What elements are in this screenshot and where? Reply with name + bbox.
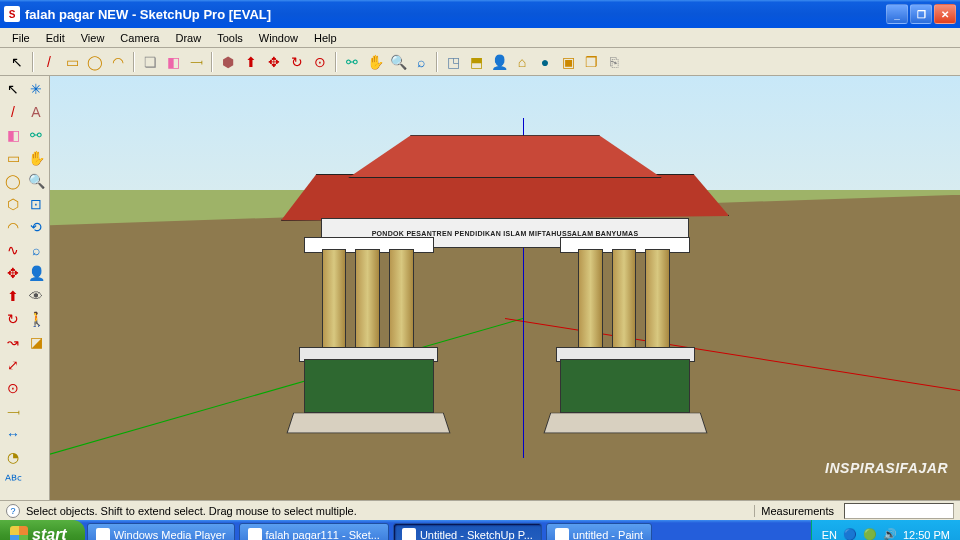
person-icon[interactable]: 👤 (488, 51, 510, 73)
menu-help[interactable]: Help (306, 30, 345, 46)
menu-draw[interactable]: Draw (167, 30, 209, 46)
measurements-input[interactable] (844, 503, 954, 519)
taskbar-item[interactable]: Windows Media Player (87, 523, 235, 540)
scale-icon[interactable]: ⤢ (2, 354, 24, 376)
start-button[interactable]: start (0, 520, 85, 540)
zoom-extents-icon[interactable]: ⌕ (25, 239, 47, 261)
app-icon: S (4, 6, 20, 22)
menu-file[interactable]: File (4, 30, 38, 46)
photo-icon[interactable]: ▣ (557, 51, 579, 73)
language-indicator[interactable]: EN (822, 529, 837, 540)
toolbar-separator (32, 52, 34, 72)
eraser-icon[interactable]: ◧ (2, 124, 24, 146)
layers-icon[interactable]: ❐ (580, 51, 602, 73)
earth-icon[interactable]: ● (534, 51, 556, 73)
maximize-button[interactable]: ❐ (910, 4, 932, 24)
viewport-3d[interactable]: PONDOK PESANTREN PENDIDIKAN ISLAM MIFTAH… (50, 76, 960, 500)
measurements-label: Measurements (754, 505, 840, 517)
freehand-icon[interactable]: ∿ (2, 239, 24, 261)
tape-icon[interactable]: ⟞ (2, 400, 24, 422)
model-pillar-left (313, 245, 425, 440)
make-component-icon[interactable]: ❏ (139, 51, 161, 73)
3dtext-icon[interactable]: A (25, 101, 47, 123)
paint-icon[interactable]: ⬢ (217, 51, 239, 73)
get-models-icon[interactable]: ⬒ (465, 51, 487, 73)
offset-icon[interactable]: ⊙ (309, 51, 331, 73)
circle-icon[interactable]: ◯ (2, 170, 24, 192)
polygon-icon[interactable]: ⬡ (2, 193, 24, 215)
walk-icon[interactable]: 🚶 (25, 308, 47, 330)
taskbar-item-icon (402, 528, 416, 540)
pushpull-icon[interactable]: ⬆ (2, 285, 24, 307)
clock[interactable]: 12:50 PM (903, 529, 950, 540)
orbit-icon[interactable]: ⚯ (25, 124, 47, 146)
line-icon[interactable]: / (38, 51, 60, 73)
pan-icon[interactable]: ✋ (364, 51, 386, 73)
orbit-icon[interactable]: ⚯ (341, 51, 363, 73)
taskbar-item-label: Windows Media Player (114, 529, 226, 540)
offset-icon[interactable]: ⊙ (2, 377, 24, 399)
toolbar-side: ↖/◧▭◯⬡◠∿✥⬆↻↝⤢⊙⟞↔◔ᴬᴮᶜ✳A⚯✋🔍⊡⟲⌕👤👁🚶◪ (0, 76, 50, 500)
export-icon[interactable]: ⎘ (603, 51, 625, 73)
move-icon[interactable]: ✥ (2, 262, 24, 284)
taskbar-item[interactable]: untitled - Paint (546, 523, 652, 540)
zoom-icon[interactable]: 🔍 (387, 51, 409, 73)
dimension-icon[interactable]: ↔ (2, 423, 24, 445)
status-bar: ? Select objects. Shift to extend select… (0, 500, 960, 520)
taskbar-item-label: untitled - Paint (573, 529, 643, 540)
rotate-icon[interactable]: ↻ (2, 308, 24, 330)
taskbar-item[interactable]: Untitled - SketchUp P... (393, 523, 542, 540)
zoom-window-icon[interactable]: ⊡ (25, 193, 47, 215)
circle-icon[interactable]: ◯ (84, 51, 106, 73)
toolbar-separator (436, 52, 438, 72)
select-arrow-icon[interactable]: ↖ (6, 51, 28, 73)
toolbar-separator (133, 52, 135, 72)
menu-bar: FileEditViewCameraDrawToolsWindowHelp (0, 28, 960, 48)
line-icon[interactable]: / (2, 101, 24, 123)
menu-view[interactable]: View (73, 30, 113, 46)
taskbar-item-icon (96, 528, 110, 540)
rectangle-icon[interactable]: ▭ (2, 147, 24, 169)
axes-icon[interactable]: ✳ (25, 78, 47, 100)
rectangle-icon[interactable]: ▭ (61, 51, 83, 73)
section-icon[interactable]: ◪ (25, 331, 47, 353)
menu-camera[interactable]: Camera (112, 30, 167, 46)
menu-edit[interactable]: Edit (38, 30, 73, 46)
minimize-button[interactable]: _ (886, 4, 908, 24)
taskbar-item[interactable]: falah pagar111 - Sket... (239, 523, 389, 540)
arc-icon[interactable]: ◠ (107, 51, 129, 73)
zoom-icon[interactable]: 🔍 (25, 170, 47, 192)
select-icon[interactable]: ↖ (2, 78, 24, 100)
menu-tools[interactable]: Tools (209, 30, 251, 46)
previous-icon[interactable]: ⟲ (25, 216, 47, 238)
zoom-extents-icon[interactable]: ⌕ (410, 51, 432, 73)
system-tray[interactable]: EN 🔵 🟢 🔊 12:50 PM (811, 520, 960, 540)
position-camera-icon[interactable]: 👤 (25, 262, 47, 284)
pan-icon[interactable]: ✋ (25, 147, 47, 169)
menu-window[interactable]: Window (251, 30, 306, 46)
eraser-icon[interactable]: ◧ (162, 51, 184, 73)
help-hint-icon[interactable]: ? (6, 504, 20, 518)
tray-icon-1[interactable]: 🔵 (843, 528, 857, 540)
look-around-icon[interactable]: 👁 (25, 285, 47, 307)
pushpull-icon[interactable]: ⬆ (240, 51, 262, 73)
tray-volume-icon[interactable]: 🔊 (883, 528, 897, 540)
arc-icon[interactable]: ◠ (2, 216, 24, 238)
add-location-icon[interactable]: ◳ (442, 51, 464, 73)
protractor-icon[interactable]: ◔ (2, 446, 24, 468)
text-icon[interactable]: ᴬᴮᶜ (2, 469, 24, 491)
toolbar-separator (211, 52, 213, 72)
status-hint: Select objects. Shift to extend select. … (26, 505, 754, 517)
toolbar-separator (335, 52, 337, 72)
model-pillar-right (569, 245, 681, 440)
move-icon[interactable]: ✥ (263, 51, 285, 73)
tape-icon[interactable]: ⟞ (185, 51, 207, 73)
model-gateway[interactable]: PONDOK PESANTREN PENDIDIKAN ISLAM MIFTAH… (305, 135, 705, 440)
tray-icon-2[interactable]: 🟢 (863, 528, 877, 540)
close-button[interactable]: ✕ (934, 4, 956, 24)
building-icon[interactable]: ⌂ (511, 51, 533, 73)
taskbar-item-icon (248, 528, 262, 540)
window-titlebar: S falah pagar NEW - SketchUp Pro [EVAL] … (0, 0, 960, 28)
followme-icon[interactable]: ↝ (2, 331, 24, 353)
rotate-icon[interactable]: ↻ (286, 51, 308, 73)
